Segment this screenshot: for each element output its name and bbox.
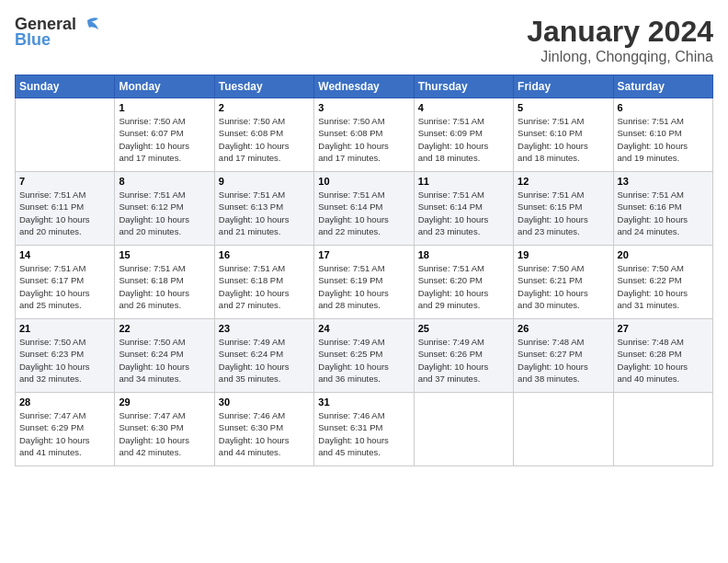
calendar-cell: 27Sunrise: 7:48 AMSunset: 6:28 PMDayligh… (613, 319, 712, 393)
daylight-text: Daylight: 10 hours and 27 minutes. (219, 288, 290, 310)
sunrise-text: Sunrise: 7:50 AM (219, 116, 285, 126)
sunrise-text: Sunrise: 7:50 AM (119, 337, 185, 347)
sunrise-text: Sunrise: 7:51 AM (19, 263, 85, 273)
calendar-cell: 3Sunrise: 7:50 AMSunset: 6:08 PMDaylight… (314, 98, 414, 172)
daylight-text: Daylight: 10 hours and 21 minutes. (219, 214, 290, 236)
calendar-cell: 11Sunrise: 7:51 AMSunset: 6:14 PMDayligh… (414, 172, 513, 246)
sunset-text: Sunset: 6:18 PM (119, 275, 183, 285)
calendar-cell: 22Sunrise: 7:50 AMSunset: 6:24 PMDayligh… (115, 319, 214, 393)
sunset-text: Sunset: 6:21 PM (518, 275, 582, 285)
daylight-text: Daylight: 10 hours and 19 minutes. (618, 141, 688, 163)
day-info: Sunrise: 7:51 AMSunset: 6:15 PMDaylight:… (518, 189, 609, 237)
logo-blue-text: Blue (15, 30, 51, 50)
day-number: 4 (418, 102, 509, 113)
calendar-cell (613, 393, 712, 466)
daylight-text: Daylight: 10 hours and 42 minutes. (119, 435, 189, 457)
day-info: Sunrise: 7:49 AMSunset: 6:25 PMDaylight:… (318, 336, 409, 385)
daylight-text: Daylight: 10 hours and 22 minutes. (318, 214, 389, 236)
calendar-cell: 6Sunrise: 7:51 AMSunset: 6:10 PMDaylight… (613, 98, 712, 172)
sunset-text: Sunset: 6:24 PM (119, 349, 183, 359)
weekday-header: Wednesday (314, 75, 414, 98)
day-info: Sunrise: 7:50 AMSunset: 6:07 PMDaylight:… (119, 115, 210, 164)
title-area: January 2024 Jinlong, Chongqing, China (527, 15, 713, 65)
sunset-text: Sunset: 6:20 PM (418, 275, 483, 285)
sunset-text: Sunset: 6:14 PM (318, 201, 382, 212)
daylight-text: Daylight: 10 hours and 25 minutes. (19, 288, 90, 310)
calendar-cell: 4Sunrise: 7:51 AMSunset: 6:09 PMDaylight… (414, 98, 513, 172)
day-number: 10 (318, 176, 409, 187)
sunset-text: Sunset: 6:30 PM (219, 422, 283, 432)
day-number: 27 (618, 323, 709, 334)
daylight-text: Daylight: 10 hours and 20 minutes. (119, 214, 189, 236)
weekday-header: Sunday (16, 75, 115, 98)
day-number: 26 (518, 323, 609, 334)
daylight-text: Daylight: 10 hours and 28 minutes. (318, 288, 389, 310)
calendar-week-row: 21Sunrise: 7:50 AMSunset: 6:23 PMDayligh… (16, 319, 713, 393)
day-number: 18 (418, 249, 509, 260)
day-info: Sunrise: 7:51 AMSunset: 6:09 PMDaylight:… (418, 115, 509, 164)
daylight-text: Daylight: 10 hours and 32 minutes. (19, 362, 90, 384)
sunrise-text: Sunrise: 7:51 AM (318, 263, 384, 273)
daylight-text: Daylight: 10 hours and 41 minutes. (19, 435, 90, 457)
day-number: 2 (219, 102, 310, 113)
day-info: Sunrise: 7:50 AMSunset: 6:23 PMDaylight:… (19, 336, 110, 385)
sunrise-text: Sunrise: 7:50 AM (119, 116, 185, 126)
day-number: 29 (119, 396, 210, 408)
day-info: Sunrise: 7:51 AMSunset: 6:17 PMDaylight:… (19, 262, 110, 311)
sunset-text: Sunset: 6:31 PM (318, 422, 382, 432)
daylight-text: Daylight: 10 hours and 40 minutes. (618, 362, 688, 384)
day-number: 9 (219, 176, 310, 187)
day-number: 20 (618, 249, 709, 260)
sunset-text: Sunset: 6:16 PM (618, 201, 682, 212)
daylight-text: Daylight: 10 hours and 23 minutes. (418, 214, 489, 236)
calendar-cell: 1Sunrise: 7:50 AMSunset: 6:07 PMDaylight… (115, 98, 214, 172)
daylight-text: Daylight: 10 hours and 44 minutes. (219, 435, 290, 457)
calendar-cell: 10Sunrise: 7:51 AMSunset: 6:14 PMDayligh… (314, 172, 414, 246)
day-info: Sunrise: 7:46 AMSunset: 6:30 PMDaylight:… (219, 409, 310, 458)
sunset-text: Sunset: 6:12 PM (119, 201, 183, 212)
day-info: Sunrise: 7:47 AMSunset: 6:30 PMDaylight:… (119, 409, 210, 458)
daylight-text: Daylight: 10 hours and 31 minutes. (618, 288, 688, 310)
day-info: Sunrise: 7:47 AMSunset: 6:29 PMDaylight:… (19, 409, 110, 458)
sunrise-text: Sunrise: 7:50 AM (318, 116, 384, 126)
day-info: Sunrise: 7:51 AMSunset: 6:14 PMDaylight:… (418, 189, 509, 237)
sunset-text: Sunset: 6:28 PM (618, 349, 682, 359)
daylight-text: Daylight: 10 hours and 17 minutes. (219, 141, 290, 163)
location-title: Jinlong, Chongqing, China (527, 49, 713, 65)
day-info: Sunrise: 7:51 AMSunset: 6:20 PMDaylight:… (418, 262, 509, 311)
calendar-cell: 8Sunrise: 7:51 AMSunset: 6:12 PMDaylight… (115, 172, 214, 246)
day-info: Sunrise: 7:50 AMSunset: 6:24 PMDaylight:… (119, 336, 210, 385)
day-number: 16 (219, 249, 310, 260)
daylight-text: Daylight: 10 hours and 30 minutes. (518, 288, 588, 310)
day-number: 25 (418, 323, 509, 334)
day-info: Sunrise: 7:51 AMSunset: 6:10 PMDaylight:… (518, 115, 609, 164)
daylight-text: Daylight: 10 hours and 24 minutes. (618, 214, 688, 236)
daylight-text: Daylight: 10 hours and 18 minutes. (518, 141, 588, 163)
sunrise-text: Sunrise: 7:51 AM (518, 190, 584, 200)
sunrise-text: Sunrise: 7:47 AM (19, 410, 85, 420)
day-number: 11 (418, 176, 509, 187)
calendar-week-row: 28Sunrise: 7:47 AMSunset: 6:29 PMDayligh… (16, 393, 713, 466)
day-info: Sunrise: 7:51 AMSunset: 6:18 PMDaylight:… (119, 262, 210, 311)
logo-bird-icon (80, 17, 100, 33)
header-area: General Blue January 2024 Jinlong, Chong… (15, 15, 713, 65)
daylight-text: Daylight: 10 hours and 36 minutes. (318, 362, 389, 384)
sunset-text: Sunset: 6:14 PM (418, 201, 483, 212)
calendar-cell: 16Sunrise: 7:51 AMSunset: 6:18 PMDayligh… (214, 246, 313, 319)
calendar-cell: 29Sunrise: 7:47 AMSunset: 6:30 PMDayligh… (115, 393, 214, 466)
sunrise-text: Sunrise: 7:51 AM (618, 116, 684, 126)
calendar-cell (16, 98, 115, 172)
day-number: 19 (518, 249, 609, 260)
calendar-cell: 12Sunrise: 7:51 AMSunset: 6:15 PMDayligh… (514, 172, 613, 246)
sunset-text: Sunset: 6:13 PM (219, 201, 283, 212)
sunrise-text: Sunrise: 7:50 AM (518, 263, 584, 273)
daylight-text: Daylight: 10 hours and 17 minutes. (119, 141, 189, 163)
sunset-text: Sunset: 6:07 PM (119, 128, 183, 138)
sunrise-text: Sunrise: 7:51 AM (418, 116, 484, 126)
day-number: 22 (119, 323, 210, 334)
calendar-cell: 15Sunrise: 7:51 AMSunset: 6:18 PMDayligh… (115, 246, 214, 319)
day-number: 30 (219, 396, 310, 408)
day-info: Sunrise: 7:51 AMSunset: 6:19 PMDaylight:… (318, 262, 409, 311)
daylight-text: Daylight: 10 hours and 20 minutes. (19, 214, 90, 236)
sunset-text: Sunset: 6:22 PM (618, 275, 682, 285)
